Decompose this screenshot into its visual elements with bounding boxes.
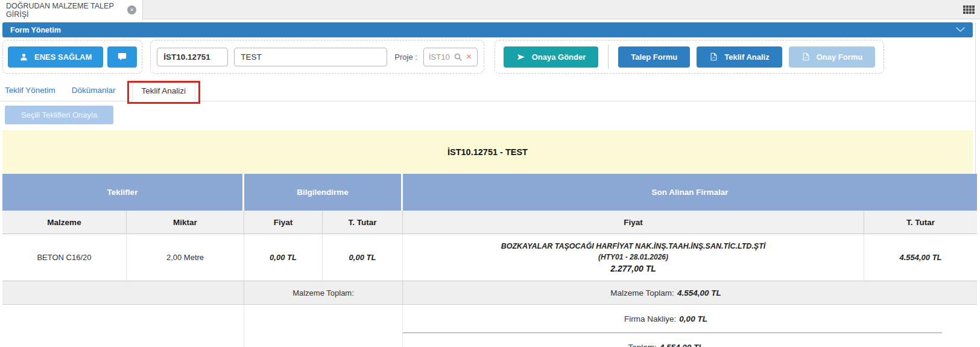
footer-toplam: Toplam: 4.554,00 TL [403, 333, 977, 347]
footer-empty-cell [244, 305, 403, 333]
table-row: BETON C16/20 2,00 Metre 0,00 TL 0,00 TL … [2, 234, 977, 281]
form-panel-title: Form Yönetim [10, 26, 61, 34]
document-tabstrip: DOĞRUDAN MALZEME TALEP GİRİŞİ ✕ [0, 0, 980, 19]
close-icon[interactable]: ✕ [127, 5, 136, 14]
firma-price: 2.277,00 TL [610, 264, 656, 273]
toplam-value: 4.554,00 TL [660, 343, 704, 347]
form-panel-header[interactable]: Form Yönetim [2, 22, 973, 37]
table-footer-row-malzeme-toplam: Malzeme Toplam: Malzeme Toplam: 4.554,00… [2, 281, 977, 305]
form-panel: Form Yönetim ENES SAĞLAM Proje : İST10 [0, 22, 976, 347]
tab-teklif-yonetim[interactable]: Teklif Yönetim [5, 86, 55, 95]
request-banner-title: İST10.12751 - TEST [447, 147, 528, 157]
chevron-down-icon[interactable] [956, 27, 965, 33]
offer-analysis-table: Teklifler Bilgilendirme Son Alinan Firma… [2, 174, 977, 347]
firma-nakliye-label: Firma Nakliye: [624, 314, 676, 323]
teklif-analiz-button[interactable]: Teklif Analiz [697, 46, 782, 68]
toolbar-divider [608, 45, 609, 69]
firma-nakliye-value: 0,00 TL [679, 314, 707, 323]
talep-formu-button[interactable]: Talep Formu [618, 46, 690, 68]
send-icon [516, 53, 526, 62]
toolbar-group-user: ENES SAĞLAM [2, 40, 142, 74]
toolbar-group-request: Proje : İST10 ✕ [150, 40, 484, 74]
footer-firma-nakliye: Firma Nakliye: 0,00 TL [403, 305, 977, 333]
table-column-header-row: Malzeme Miktar Fiyat T. Tutar Fiyat T. T… [2, 211, 977, 234]
onay-formu-button[interactable]: Onay Formu [789, 46, 876, 68]
approve-selected-offers-button[interactable]: Seçili Teklifleri Onayla [5, 106, 113, 124]
group-header-son-alinan-firmalar: Son Alinan Firmalar [403, 174, 977, 211]
cell-fiyat: 0,00 TL [244, 234, 323, 281]
clear-icon[interactable]: ✕ [466, 53, 472, 61]
app-window: DOĞRUDAN MALZEME TALEP GİRİŞİ ✕ Form Yön… [0, 0, 980, 347]
cell-firma: BOZKAYALAR TAŞOCAĞI HARFİYAT NAK.İNŞ.TAA… [403, 234, 864, 281]
col-header-miktar: Miktar [127, 211, 244, 234]
footer-empty-cell [2, 333, 244, 347]
pdf-icon [801, 52, 811, 62]
footer-malzeme-toplam: Malzeme Toplam: 4.554,00 TL [403, 281, 977, 305]
request-name-input[interactable] [234, 48, 387, 66]
document-tab-title: DOĞRUDAN MALZEME TALEP GİRİŞİ [6, 2, 122, 19]
table-footer-row-toplam: Toplam: 4.554,00 TL [2, 333, 977, 347]
footer-empty-cell [2, 305, 244, 333]
tab-teklif-analizi[interactable]: Teklif Analizi [132, 80, 196, 101]
col-header-firma-t-tutar: T. Tutar [864, 211, 977, 234]
toolbar-group-actions: Onaya Gönder Talep Formu Teklif Analiz O… [495, 40, 885, 74]
send-approval-label: Onaya Gönder [532, 53, 586, 62]
malzeme-toplam-label: Malzeme Toplam: [610, 288, 674, 298]
chat-icon [117, 52, 127, 62]
document-tab[interactable]: DOĞRUDAN MALZEME TALEP GİRİŞİ ✕ [0, 0, 143, 20]
col-header-malzeme: Malzeme [2, 211, 127, 234]
col-header-fiyat: Fiyat [244, 211, 323, 234]
col-header-firma-fiyat: Fiyat [403, 211, 864, 234]
col-header-t-tutar: T. Tutar [323, 211, 403, 234]
tab-dokumanlar[interactable]: Dökümanlar [72, 86, 116, 95]
tab-teklif-analizi-label: Teklif Analizi [142, 86, 186, 95]
footer-empty-cell [244, 333, 403, 347]
apps-grid-icon[interactable] [963, 5, 975, 14]
onay-formu-label: Onay Formu [817, 53, 863, 62]
teklif-analiz-label: Teklif Analiz [724, 53, 769, 62]
group-header-teklifler: Teklifler [2, 174, 244, 211]
footer-malzeme-toplam-label: Malzeme Toplam: [244, 281, 403, 305]
footer-empty-cell [2, 281, 244, 305]
request-code-input[interactable] [157, 48, 228, 66]
user-button[interactable]: ENES SAĞLAM [8, 46, 103, 68]
toolbar: ENES SAĞLAM Proje : İST10 ✕ [2, 40, 973, 74]
person-icon [19, 53, 28, 62]
firma-name: BOZKAYALAR TAŞOCAĞI HARFİYAT NAK.İNŞ.TAA… [501, 242, 766, 250]
toplam-label: Toplam: [628, 343, 656, 347]
firma-detail: (HTY01 - 28.01.2026) [598, 253, 668, 261]
cell-malzeme: BETON C16/20 [2, 234, 127, 281]
request-banner: İST10.12751 - TEST [2, 130, 973, 174]
pdf-icon [709, 52, 718, 62]
table-footer-row-nakliye: Firma Nakliye: 0,00 TL [2, 305, 977, 333]
proje-label: Proje : [394, 53, 417, 62]
tab-bar: Teklif Yönetim Dökümanlar Teklif Analizi [0, 80, 975, 101]
search-icon[interactable] [454, 53, 463, 62]
cell-t-tutar: 0,00 TL [323, 234, 403, 281]
talep-formu-label: Talep Formu [631, 53, 677, 62]
table-group-header-row: Teklifler Bilgilendirme Son Alinan Firma… [2, 174, 977, 211]
total-divider-line [403, 333, 942, 333]
comment-button[interactable] [107, 46, 137, 68]
cell-miktar: 2,00 Metre [127, 234, 244, 281]
malzeme-toplam-value: 4.554,00 TL [677, 288, 721, 298]
cell-firma-t-tutar: 4.554,00 TL [864, 234, 977, 281]
send-approval-button[interactable]: Onaya Gönder [504, 46, 599, 68]
group-header-bilgilendirme: Bilgilendirme [244, 174, 403, 211]
project-lookup-field[interactable]: İST10 ✕ [423, 48, 478, 66]
user-button-label: ENES SAĞLAM [34, 53, 92, 62]
project-value: İST10 [429, 53, 450, 62]
